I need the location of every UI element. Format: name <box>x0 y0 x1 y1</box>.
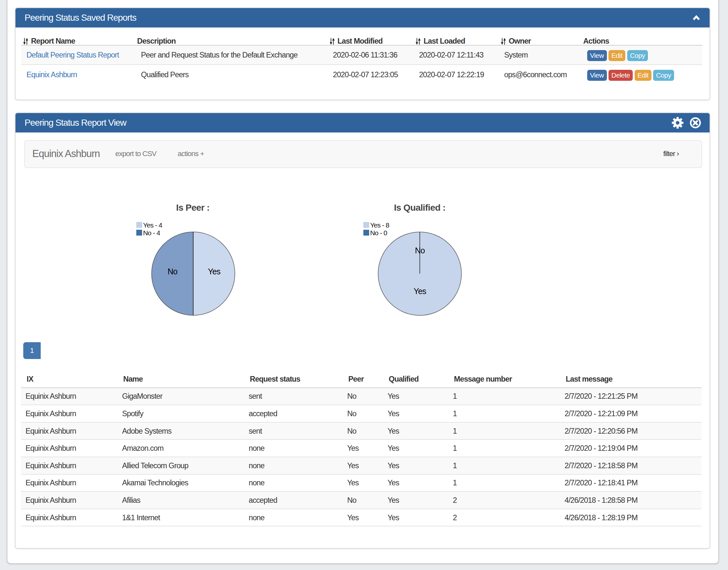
svg-text:No - 0: No - 0 <box>370 229 387 237</box>
svg-text:Yes: Yes <box>414 287 426 296</box>
svg-text:No: No <box>415 246 425 255</box>
svg-text:Yes - 4: Yes - 4 <box>143 221 162 229</box>
svg-text:No: No <box>168 267 177 276</box>
svg-text:Is Peer :: Is Peer : <box>176 203 210 213</box>
svg-text:Is Qualified :: Is Qualified : <box>394 203 446 213</box>
svg-text:Yes - 8: Yes - 8 <box>370 221 389 229</box>
svg-text:No - 4: No - 4 <box>143 229 160 237</box>
svg-text:Yes: Yes <box>208 267 220 276</box>
